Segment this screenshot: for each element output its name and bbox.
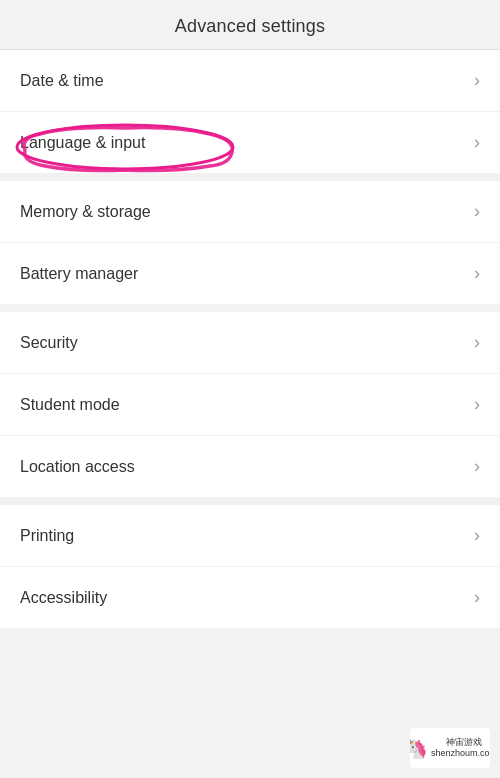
- chevron-icon-language-input: ›: [474, 132, 480, 153]
- settings-item-location-access[interactable]: Location access ›: [0, 436, 500, 497]
- watermark: 🦄 神宙游戏 shenzhoum.com: [410, 728, 490, 768]
- battery-manager-label: Battery manager: [20, 265, 138, 283]
- page-container: Advanced settings Date & time › Language…: [0, 0, 500, 628]
- chevron-icon-student-mode: ›: [474, 394, 480, 415]
- student-mode-label: Student mode: [20, 396, 120, 414]
- section-printing-accessibility: Printing › Accessibility ›: [0, 505, 500, 628]
- settings-item-battery-manager[interactable]: Battery manager ›: [0, 243, 500, 304]
- settings-item-security[interactable]: Security ›: [0, 312, 500, 374]
- settings-item-language-input[interactable]: Language & input ›: [0, 112, 500, 173]
- settings-item-memory-storage[interactable]: Memory & storage ›: [0, 181, 500, 243]
- section-security-student-location: Security › Student mode › Location acces…: [0, 312, 500, 497]
- header: Advanced settings: [0, 0, 500, 50]
- chevron-icon-location-access: ›: [474, 456, 480, 477]
- watermark-site: shenzhoum.com: [431, 748, 490, 759]
- page-title: Advanced settings: [175, 16, 326, 36]
- section-datetime-language: Date & time › Language & input ›: [0, 50, 500, 173]
- settings-item-accessibility[interactable]: Accessibility ›: [0, 567, 500, 628]
- watermark-label: 神宙游戏: [431, 737, 490, 748]
- chevron-icon-security: ›: [474, 332, 480, 353]
- language-input-label: Language & input: [20, 134, 145, 152]
- chevron-icon-memory-storage: ›: [474, 201, 480, 222]
- security-label: Security: [20, 334, 78, 352]
- chevron-icon-printing: ›: [474, 525, 480, 546]
- section-memory-battery: Memory & storage › Battery manager ›: [0, 181, 500, 304]
- chevron-icon-battery-manager: ›: [474, 263, 480, 284]
- printing-label: Printing: [20, 527, 74, 545]
- settings-item-printing[interactable]: Printing ›: [0, 505, 500, 567]
- accessibility-label: Accessibility: [20, 589, 107, 607]
- chevron-icon-date-time: ›: [474, 70, 480, 91]
- location-access-label: Location access: [20, 458, 135, 476]
- date-time-label: Date & time: [20, 72, 104, 90]
- memory-storage-label: Memory & storage: [20, 203, 151, 221]
- settings-item-date-time[interactable]: Date & time ›: [0, 50, 500, 112]
- chevron-icon-accessibility: ›: [474, 587, 480, 608]
- settings-item-student-mode[interactable]: Student mode ›: [0, 374, 500, 436]
- watermark-icon: 🦄: [410, 736, 428, 760]
